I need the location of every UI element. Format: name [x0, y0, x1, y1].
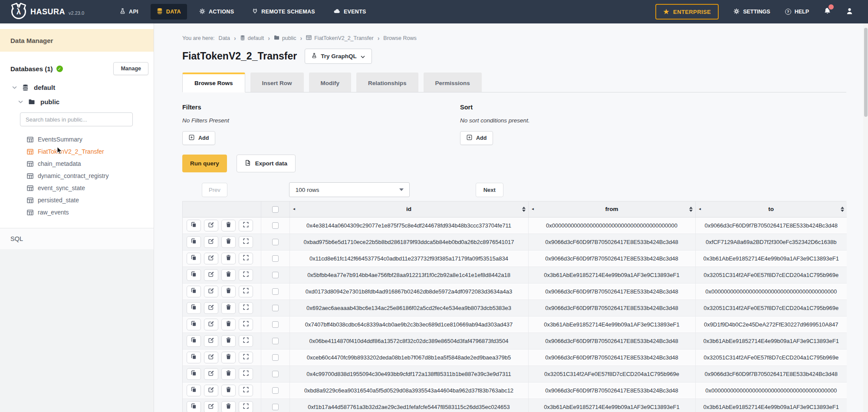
sidebar-table-item[interactable]: event_sync_state: [0, 182, 154, 194]
row-edit-button[interactable]: [204, 220, 218, 231]
row-expand-button[interactable]: [239, 302, 253, 314]
row-copy-button[interactable]: [187, 236, 201, 248]
breadcrumb-item-data[interactable]: Data: [219, 35, 230, 41]
breadcrumb-item-public[interactable]: public: [274, 35, 296, 41]
nav-item-actions[interactable]: ACTIONS: [193, 4, 240, 20]
row-checkbox[interactable]: [272, 222, 279, 229]
row-edit-button[interactable]: [204, 236, 218, 248]
enterprise-button[interactable]: ★ ENTERPRISE: [655, 4, 719, 20]
tab-modify[interactable]: Modify: [309, 73, 352, 92]
row-expand-button[interactable]: [239, 319, 253, 330]
row-edit-button[interactable]: [204, 269, 218, 281]
sidebar-table-item[interactable]: chain_metadata: [0, 158, 154, 170]
row-expand-button[interactable]: [239, 368, 253, 380]
sidebar-table-item[interactable]: raw_events: [0, 206, 154, 218]
row-edit-button[interactable]: [204, 385, 218, 396]
tab-permissions[interactable]: Permissions: [424, 73, 482, 92]
row-copy-button[interactable]: [187, 302, 201, 314]
row-delete-button[interactable]: [221, 236, 236, 248]
next-page-button[interactable]: Next: [476, 183, 503, 197]
prev-page-button[interactable]: Prev: [202, 183, 227, 197]
sidebar-table-item[interactable]: FiatTokenV2_2_Transfer: [0, 145, 154, 158]
collapse-column-icon[interactable]: [698, 208, 702, 211]
row-checkbox[interactable]: [272, 239, 279, 245]
help-button[interactable]: HELP: [785, 9, 809, 15]
row-copy-button[interactable]: [187, 220, 201, 231]
row-delete-button[interactable]: [221, 319, 236, 330]
row-copy-button[interactable]: [187, 253, 201, 264]
user-menu-button[interactable]: [846, 7, 853, 16]
row-copy-button[interactable]: [187, 286, 201, 297]
row-delete-button[interactable]: [221, 269, 236, 281]
nav-item-data[interactable]: DATA: [151, 4, 187, 20]
breadcrumb-item-browse-rows[interactable]: Browse Rows: [383, 35, 416, 41]
row-copy-button[interactable]: [187, 269, 201, 281]
row-expand-button[interactable]: [239, 335, 253, 347]
row-checkbox[interactable]: [272, 371, 279, 377]
breadcrumb-item-table[interactable]: FiatTokenV2_2_Transfer: [306, 35, 373, 41]
row-delete-button[interactable]: [221, 368, 236, 380]
row-delete-button[interactable]: [221, 335, 236, 347]
tree-item-default-db[interactable]: default: [12, 84, 154, 91]
row-delete-button[interactable]: [221, 253, 236, 264]
add-sort-button[interactable]: Add: [460, 131, 493, 145]
row-checkbox[interactable]: [272, 255, 279, 262]
tab-insert-row[interactable]: Insert Row: [250, 73, 304, 92]
row-edit-button[interactable]: [204, 253, 218, 264]
row-checkbox[interactable]: [272, 305, 279, 311]
row-checkbox[interactable]: [272, 321, 279, 328]
row-checkbox[interactable]: [272, 354, 279, 361]
tab-relationships[interactable]: Relationships: [356, 73, 418, 92]
nav-item-api[interactable]: API: [114, 4, 145, 20]
search-tables-input[interactable]: [20, 112, 133, 126]
sort-icon[interactable]: [841, 207, 844, 212]
run-query-button[interactable]: Run query: [182, 155, 227, 172]
row-edit-button[interactable]: [204, 319, 218, 330]
row-copy-button[interactable]: [187, 352, 201, 363]
row-delete-button[interactable]: [221, 302, 236, 314]
scrollbar-thumb[interactable]: [864, 28, 868, 117]
row-delete-button[interactable]: [221, 352, 236, 363]
row-expand-button[interactable]: [239, 401, 253, 412]
sort-icon[interactable]: [522, 207, 526, 212]
row-expand-button[interactable]: [239, 286, 253, 297]
row-delete-button[interactable]: [221, 401, 236, 412]
row-copy-button[interactable]: [187, 368, 201, 380]
select-all-checkbox[interactable]: [272, 206, 279, 213]
nav-item-remote-schemas[interactable]: REMOTE SCHEMAS: [246, 4, 321, 20]
notifications-button[interactable]: [824, 7, 831, 16]
row-edit-button[interactable]: [204, 302, 218, 314]
row-copy-button[interactable]: [187, 335, 201, 347]
row-checkbox[interactable]: [272, 288, 279, 295]
breadcrumb-item-default[interactable]: default: [240, 35, 264, 42]
try-graphql-button[interactable]: Try GraphQL: [305, 49, 372, 64]
export-data-button[interactable]: Export data: [237, 155, 296, 172]
sidebar-table-item[interactable]: dynamic_contract_registry: [0, 170, 154, 182]
rows-per-page-select[interactable]: 100 rows: [289, 182, 410, 197]
row-expand-button[interactable]: [239, 385, 253, 396]
row-delete-button[interactable]: [221, 286, 236, 297]
row-expand-button[interactable]: [239, 236, 253, 248]
manage-button[interactable]: Manage: [113, 62, 148, 75]
row-checkbox[interactable]: [272, 387, 279, 394]
row-edit-button[interactable]: [204, 368, 218, 380]
row-checkbox[interactable]: [272, 338, 279, 344]
row-expand-button[interactable]: [239, 269, 253, 281]
collapse-column-icon[interactable]: [531, 208, 535, 211]
row-edit-button[interactable]: [204, 335, 218, 347]
tab-browse-rows[interactable]: Browse Rows: [182, 73, 245, 92]
row-edit-button[interactable]: [204, 352, 218, 363]
tree-item-public-schema[interactable]: public: [18, 98, 154, 105]
sort-icon[interactable]: [689, 207, 693, 212]
collapse-column-icon[interactable]: [293, 208, 296, 211]
sidebar-item-sql[interactable]: SQL: [0, 228, 154, 249]
row-delete-button[interactable]: [221, 220, 236, 231]
row-checkbox[interactable]: [272, 404, 279, 410]
row-expand-button[interactable]: [239, 352, 253, 363]
row-edit-button[interactable]: [204, 401, 218, 412]
add-filter-button[interactable]: Add: [182, 131, 215, 145]
nav-item-events[interactable]: EVENTS: [327, 5, 372, 19]
row-expand-button[interactable]: [239, 220, 253, 231]
row-copy-button[interactable]: [187, 401, 201, 412]
row-copy-button[interactable]: [187, 385, 201, 396]
